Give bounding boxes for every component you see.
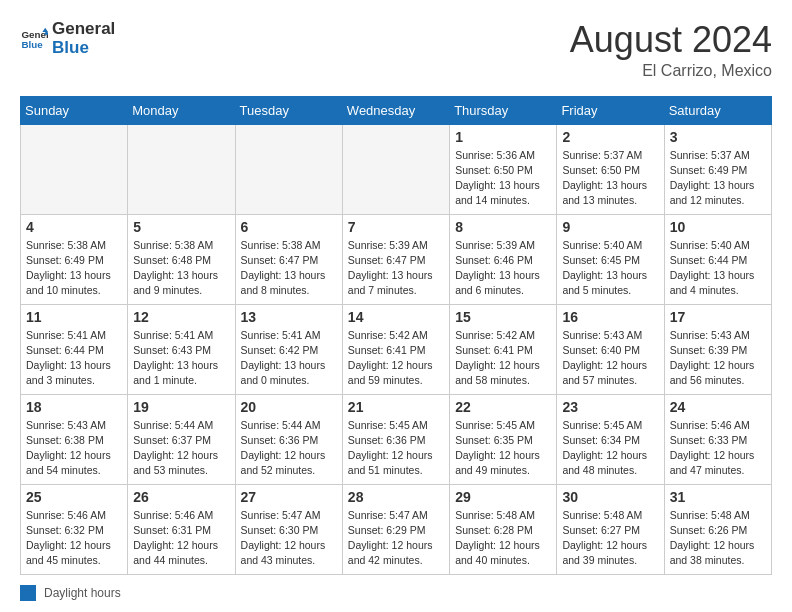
day-info: Sunrise: 5:43 AM Sunset: 6:40 PM Dayligh… [562,328,658,389]
calendar-cell: 21Sunrise: 5:45 AM Sunset: 6:36 PM Dayli… [342,394,449,484]
day-info: Sunrise: 5:39 AM Sunset: 6:46 PM Dayligh… [455,238,551,299]
day-number: 13 [241,309,337,325]
day-info: Sunrise: 5:45 AM Sunset: 6:34 PM Dayligh… [562,418,658,479]
day-number: 4 [26,219,122,235]
calendar-header-thursday: Thursday [450,96,557,124]
calendar-cell: 1Sunrise: 5:36 AM Sunset: 6:50 PM Daylig… [450,124,557,214]
day-info: Sunrise: 5:38 AM Sunset: 6:49 PM Dayligh… [26,238,122,299]
day-info: Sunrise: 5:43 AM Sunset: 6:38 PM Dayligh… [26,418,122,479]
calendar-cell: 26Sunrise: 5:46 AM Sunset: 6:31 PM Dayli… [128,484,235,574]
calendar-cell [235,124,342,214]
calendar-cell: 20Sunrise: 5:44 AM Sunset: 6:36 PM Dayli… [235,394,342,484]
legend-label: Daylight hours [44,586,121,600]
calendar-cell: 11Sunrise: 5:41 AM Sunset: 6:44 PM Dayli… [21,304,128,394]
calendar-cell: 7Sunrise: 5:39 AM Sunset: 6:47 PM Daylig… [342,214,449,304]
calendar-cell: 3Sunrise: 5:37 AM Sunset: 6:49 PM Daylig… [664,124,771,214]
day-info: Sunrise: 5:40 AM Sunset: 6:44 PM Dayligh… [670,238,766,299]
day-info: Sunrise: 5:48 AM Sunset: 6:26 PM Dayligh… [670,508,766,569]
day-number: 5 [133,219,229,235]
day-number: 22 [455,399,551,415]
title-block: August 2024 El Carrizo, Mexico [570,20,772,80]
logo-blue: Blue [52,39,115,58]
day-info: Sunrise: 5:46 AM Sunset: 6:31 PM Dayligh… [133,508,229,569]
day-info: Sunrise: 5:47 AM Sunset: 6:29 PM Dayligh… [348,508,444,569]
day-info: Sunrise: 5:44 AM Sunset: 6:37 PM Dayligh… [133,418,229,479]
calendar-header-row: SundayMondayTuesdayWednesdayThursdayFrid… [21,96,772,124]
day-number: 2 [562,129,658,145]
day-number: 6 [241,219,337,235]
calendar-header-monday: Monday [128,96,235,124]
day-info: Sunrise: 5:38 AM Sunset: 6:47 PM Dayligh… [241,238,337,299]
calendar-cell [342,124,449,214]
day-info: Sunrise: 5:42 AM Sunset: 6:41 PM Dayligh… [455,328,551,389]
day-number: 21 [348,399,444,415]
calendar-header-wednesday: Wednesday [342,96,449,124]
day-number: 25 [26,489,122,505]
page-header: General Blue General Blue August 2024 El… [20,20,772,80]
month-year-title: August 2024 [570,20,772,60]
day-number: 8 [455,219,551,235]
calendar-header-sunday: Sunday [21,96,128,124]
day-info: Sunrise: 5:41 AM Sunset: 6:43 PM Dayligh… [133,328,229,389]
calendar-cell: 22Sunrise: 5:45 AM Sunset: 6:35 PM Dayli… [450,394,557,484]
day-number: 27 [241,489,337,505]
location-subtitle: El Carrizo, Mexico [570,62,772,80]
day-number: 16 [562,309,658,325]
day-number: 1 [455,129,551,145]
calendar-week-row: 11Sunrise: 5:41 AM Sunset: 6:44 PM Dayli… [21,304,772,394]
legend: Daylight hours [20,585,772,601]
day-info: Sunrise: 5:46 AM Sunset: 6:33 PM Dayligh… [670,418,766,479]
day-info: Sunrise: 5:37 AM Sunset: 6:50 PM Dayligh… [562,148,658,209]
calendar-cell [128,124,235,214]
calendar-cell: 25Sunrise: 5:46 AM Sunset: 6:32 PM Dayli… [21,484,128,574]
day-info: Sunrise: 5:41 AM Sunset: 6:42 PM Dayligh… [241,328,337,389]
day-number: 30 [562,489,658,505]
calendar-cell: 10Sunrise: 5:40 AM Sunset: 6:44 PM Dayli… [664,214,771,304]
day-number: 26 [133,489,229,505]
calendar-cell: 6Sunrise: 5:38 AM Sunset: 6:47 PM Daylig… [235,214,342,304]
calendar-week-row: 18Sunrise: 5:43 AM Sunset: 6:38 PM Dayli… [21,394,772,484]
day-info: Sunrise: 5:39 AM Sunset: 6:47 PM Dayligh… [348,238,444,299]
logo: General Blue General Blue [20,20,115,57]
calendar-cell [21,124,128,214]
day-number: 7 [348,219,444,235]
calendar-cell: 14Sunrise: 5:42 AM Sunset: 6:41 PM Dayli… [342,304,449,394]
day-number: 24 [670,399,766,415]
calendar-cell: 17Sunrise: 5:43 AM Sunset: 6:39 PM Dayli… [664,304,771,394]
svg-text:Blue: Blue [21,39,43,50]
day-number: 29 [455,489,551,505]
day-number: 31 [670,489,766,505]
day-info: Sunrise: 5:43 AM Sunset: 6:39 PM Dayligh… [670,328,766,389]
calendar-week-row: 4Sunrise: 5:38 AM Sunset: 6:49 PM Daylig… [21,214,772,304]
day-info: Sunrise: 5:46 AM Sunset: 6:32 PM Dayligh… [26,508,122,569]
logo-icon: General Blue [20,25,48,53]
day-info: Sunrise: 5:45 AM Sunset: 6:36 PM Dayligh… [348,418,444,479]
calendar-cell: 23Sunrise: 5:45 AM Sunset: 6:34 PM Dayli… [557,394,664,484]
day-info: Sunrise: 5:38 AM Sunset: 6:48 PM Dayligh… [133,238,229,299]
day-number: 9 [562,219,658,235]
calendar-cell: 19Sunrise: 5:44 AM Sunset: 6:37 PM Dayli… [128,394,235,484]
day-number: 12 [133,309,229,325]
calendar-cell: 9Sunrise: 5:40 AM Sunset: 6:45 PM Daylig… [557,214,664,304]
calendar-cell: 18Sunrise: 5:43 AM Sunset: 6:38 PM Dayli… [21,394,128,484]
logo-general: General [52,20,115,39]
calendar-cell: 8Sunrise: 5:39 AM Sunset: 6:46 PM Daylig… [450,214,557,304]
calendar-header-friday: Friday [557,96,664,124]
day-info: Sunrise: 5:48 AM Sunset: 6:28 PM Dayligh… [455,508,551,569]
calendar-cell: 27Sunrise: 5:47 AM Sunset: 6:30 PM Dayli… [235,484,342,574]
day-info: Sunrise: 5:42 AM Sunset: 6:41 PM Dayligh… [348,328,444,389]
calendar-cell: 24Sunrise: 5:46 AM Sunset: 6:33 PM Dayli… [664,394,771,484]
calendar-week-row: 1Sunrise: 5:36 AM Sunset: 6:50 PM Daylig… [21,124,772,214]
day-number: 10 [670,219,766,235]
calendar-cell: 29Sunrise: 5:48 AM Sunset: 6:28 PM Dayli… [450,484,557,574]
calendar-cell: 15Sunrise: 5:42 AM Sunset: 6:41 PM Dayli… [450,304,557,394]
calendar-cell: 16Sunrise: 5:43 AM Sunset: 6:40 PM Dayli… [557,304,664,394]
calendar-cell: 2Sunrise: 5:37 AM Sunset: 6:50 PM Daylig… [557,124,664,214]
day-info: Sunrise: 5:44 AM Sunset: 6:36 PM Dayligh… [241,418,337,479]
calendar-header-tuesday: Tuesday [235,96,342,124]
calendar-week-row: 25Sunrise: 5:46 AM Sunset: 6:32 PM Dayli… [21,484,772,574]
calendar-header-saturday: Saturday [664,96,771,124]
day-number: 28 [348,489,444,505]
day-number: 15 [455,309,551,325]
calendar-cell: 12Sunrise: 5:41 AM Sunset: 6:43 PM Dayli… [128,304,235,394]
